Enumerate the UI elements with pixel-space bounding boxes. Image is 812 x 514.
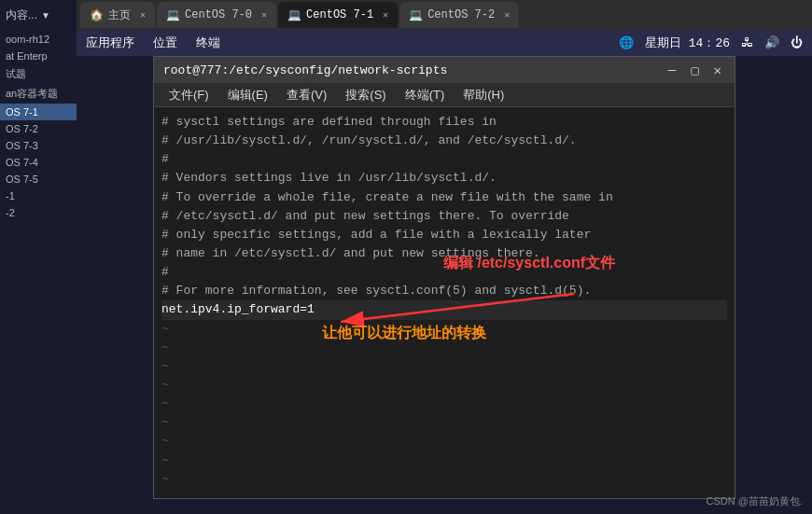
tab-centos70-label: CentOS 7-0 <box>185 8 252 21</box>
emoji-icon: 🌐 <box>619 35 634 50</box>
terminal-content[interactable]: # sysctl settings are defined through fi… <box>154 107 735 498</box>
tab-centos70[interactable]: 💻CentOS 7-0✕ <box>157 2 276 28</box>
sidebar-item-0[interactable]: oom-rh12 <box>0 31 77 48</box>
terminal-line-2: # <box>161 150 727 169</box>
sidebar-item-9[interactable]: -1 <box>0 188 77 204</box>
terminal-line-1: # /usr/lib/sysctl.d/, /run/sysctl.d/, an… <box>161 132 727 150</box>
window-title: root@777:/etc/sysconfig/network-scripts <box>163 63 447 77</box>
tab-centos71[interactable]: 💻CentOS 7-1✕ <box>278 2 398 28</box>
terminal-line-7: # name in /etc/sysctl.d/ and put new set… <box>161 244 727 263</box>
terminal-line-3: # Vendors settings live in /usr/lib/sysc… <box>161 169 727 188</box>
terminal-line-5: # /etc/sysctl.d/ and put new settings th… <box>161 207 727 226</box>
terminal-line-0: # sysctl settings are defined through fi… <box>161 113 727 132</box>
sidebar-item-10[interactable]: -2 <box>0 204 77 221</box>
terminal-line-4: # To override a whole file, create a new… <box>161 188 727 207</box>
network-icon: 🖧 <box>741 36 753 50</box>
terminal-line-8: # <box>161 263 727 282</box>
terminal-line-13: ~ <box>161 357 727 376</box>
app-window: root@777:/etc/sysconfig/network-scripts … <box>153 56 735 499</box>
terminal-line-17: ~ <box>161 432 727 451</box>
volume-icon: 🔊 <box>764 35 779 50</box>
terminal-line-12: ~ <box>161 339 727 357</box>
left-sidebar: 内容... ▼ oom-rh12at Enterp试题an容器考题OS 7-1O… <box>0 0 77 514</box>
watermark-text: CSDN @苗苗奶黄包. <box>707 495 803 507</box>
sidebar-items: oom-rh12at Enterp试题an容器考题OS 7-1OS 7-2OS … <box>0 31 77 221</box>
tab-centos72-label: CentOS 7-2 <box>427 8 495 21</box>
sidebar-item-7[interactable]: OS 7-4 <box>0 154 77 171</box>
minimize-button[interactable]: — <box>665 63 679 77</box>
tab-centos70-icon: 💻 <box>166 8 179 21</box>
terminal-line-16: ~ <box>161 413 727 432</box>
tab-home-label: 主页 <box>108 7 131 23</box>
app-menu[interactable]: 应用程序 <box>86 35 134 51</box>
tab-centos71-close[interactable]: ✕ <box>383 9 388 21</box>
terminal-lines: # sysctl settings are defined through fi… <box>161 113 727 489</box>
menu-item-2[interactable]: 查看(V) <box>279 85 334 105</box>
power-icon[interactable]: ⏻ <box>791 36 803 50</box>
window-controls: — ▢ ✕ <box>665 63 725 78</box>
tab-centos72-close[interactable]: ✕ <box>504 9 510 21</box>
system-bar-right: 🌐 星期日 14：26 🖧 🔊 ⏻ <box>619 35 803 51</box>
sidebar-header-text: 内容... <box>6 7 37 23</box>
sidebar-item-8[interactable]: OS 7-5 <box>0 171 77 188</box>
location-menu[interactable]: 位置 <box>153 35 177 51</box>
menu-item-1[interactable]: 编辑(E) <box>220 85 275 105</box>
menu-item-4[interactable]: 终端(T) <box>398 85 453 105</box>
sidebar-item-3[interactable]: an容器考题 <box>0 84 77 104</box>
tab-centos70-close[interactable]: ✕ <box>261 9 267 21</box>
maximize-button[interactable]: ▢ <box>687 63 702 78</box>
sidebar-item-2[interactable]: 试题 <box>0 64 77 84</box>
tab-centos72[interactable]: 💻CentOS 7-2✕ <box>399 2 519 28</box>
tab-centos71-icon: 💻 <box>287 8 301 21</box>
sidebar-item-5[interactable]: OS 7-2 <box>0 120 77 137</box>
terminal-line-9: # For more information, see sysctl.conf(… <box>161 282 727 300</box>
terminal-line-14: ~ <box>161 376 727 395</box>
terminal-line-18: ~ <box>161 451 727 470</box>
taskbar: 🏠主页✕💻CentOS 7-0✕💻CentOS 7-1✕💻CentOS 7-2✕ <box>77 0 812 30</box>
terminal-line-11: ~ <box>161 320 727 339</box>
terminal-line-19: ~ <box>161 470 727 489</box>
terminal-line-15: ~ <box>161 395 727 413</box>
terminal-line-10: net.ipv4.ip_forward=1 <box>161 300 727 319</box>
chevron-down-icon: ▼ <box>41 10 50 21</box>
menu-item-5[interactable]: 帮助(H) <box>455 85 511 105</box>
close-button[interactable]: ✕ <box>710 63 725 78</box>
menu-item-0[interactable]: 文件(F) <box>161 85 217 105</box>
clock-display: 星期日 14：26 <box>645 35 730 51</box>
menu-item-3[interactable]: 搜索(S) <box>338 85 393 105</box>
terminal-line-6: # only specific settings, add a file wit… <box>161 226 727 244</box>
sidebar-item-4[interactable]: OS 7-1 <box>0 104 77 120</box>
sidebar-item-6[interactable]: OS 7-3 <box>0 137 77 154</box>
tab-home-close[interactable]: ✕ <box>140 9 146 21</box>
tab-centos71-label: CentOS 7-1 <box>306 8 373 21</box>
system-bar: 应用程序 位置 终端 🌐 星期日 14：26 🖧 🔊 ⏻ <box>77 30 812 56</box>
tab-centos72-icon: 💻 <box>409 8 422 21</box>
tab-home[interactable]: 🏠主页✕ <box>80 2 155 28</box>
watermark: CSDN @苗苗奶黄包. <box>707 494 803 508</box>
terminal-menu[interactable]: 终端 <box>196 35 220 51</box>
menu-bar: 文件(F)编辑(E)查看(V)搜索(S)终端(T)帮助(H) <box>154 83 735 107</box>
tab-home-icon: 🏠 <box>90 8 103 21</box>
window-titlebar: root@777:/etc/sysconfig/network-scripts … <box>154 57 735 83</box>
sidebar-header: 内容... ▼ <box>0 0 77 31</box>
sidebar-item-1[interactable]: at Enterp <box>0 48 77 64</box>
